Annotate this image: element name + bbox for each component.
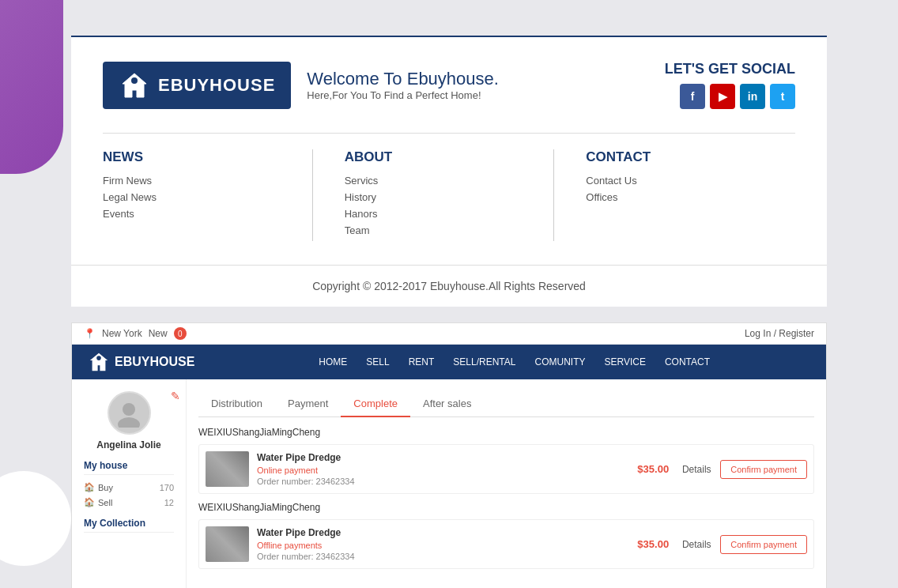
confirm-payment-btn-2[interactable]: Confirm payment xyxy=(720,535,807,554)
site2-topbar: 📍 New York New 0 Log In / Register xyxy=(72,323,826,345)
order-price-2: $35.00 xyxy=(633,538,673,550)
site2-navbar: EBUYHOUSE HOME SELL RENT SELL/RENTAL COM… xyxy=(72,345,826,379)
tab-payment[interactable]: Payment xyxy=(275,391,341,417)
merchant-name-2: WEIXIUShangJiaMingCheng xyxy=(198,502,814,513)
confirm-payment-btn-1[interactable]: Confirm payment xyxy=(720,460,807,479)
site2-logo-icon xyxy=(88,351,110,373)
white-circle-decoration xyxy=(0,471,71,566)
merchant-name-1: WEIXIUShangJiaMingCheng xyxy=(198,427,814,438)
order-info-2: Water Pipe Dredge Offline payments Order… xyxy=(257,527,625,561)
social-title: LET'S GET SOCIAL xyxy=(665,61,795,77)
footer-news-title: NEWS xyxy=(103,149,296,165)
order-payment-type-1: Online payment xyxy=(257,466,625,475)
tabs-row: Distribution Payment Complete After sale… xyxy=(198,391,814,417)
facebook-icon[interactable]: f xyxy=(680,84,705,109)
order-payment-type-2: Offline payments xyxy=(257,541,625,550)
order-image-inner-2 xyxy=(206,526,249,562)
copyright-text: Copyright © 2012-2017 Ebuyhouse.All Righ… xyxy=(312,280,586,292)
order-price-1: $35.00 xyxy=(633,463,673,475)
site2-content: ✎ Angelina Jolie My house 🏠 Buy 170 🏠 Se… xyxy=(72,379,826,588)
footer-welcome-sub: Here,For You To Find a Perfect Home! xyxy=(307,89,499,101)
new-count-badge: 0 xyxy=(174,327,187,340)
svg-point-1 xyxy=(131,77,138,84)
buy-house-icon: 🏠 xyxy=(84,482,95,492)
social-icons: f ▶ in t xyxy=(665,84,795,109)
nav-contact[interactable]: CONTACT xyxy=(655,345,719,379)
order-info-1: Water Pipe Dredge Online payment Order n… xyxy=(257,452,625,486)
tab-after-sales[interactable]: After sales xyxy=(410,391,484,417)
footer-about-title: ABOUT xyxy=(345,149,538,165)
new-label: New xyxy=(149,328,168,339)
order-number-1: Order number: 23462334 xyxy=(257,477,625,486)
sell-house-icon: 🏠 xyxy=(84,497,95,507)
footer-link-team[interactable]: Team xyxy=(345,224,538,236)
nav-service[interactable]: SERVICE xyxy=(594,345,655,379)
order-image-2 xyxy=(206,526,249,562)
avatar-image xyxy=(115,399,143,428)
tab-distribution[interactable]: Distribution xyxy=(198,391,275,417)
sidebar-buy-item[interactable]: 🏠 Buy 170 xyxy=(84,480,174,495)
footer-link-legal-news[interactable]: Legal News xyxy=(103,191,296,203)
sidebar-sell-item[interactable]: 🏠 Sell 12 xyxy=(84,495,174,510)
nav-sell-rental[interactable]: SELL/RENTAL xyxy=(443,345,525,379)
footer-link-offices[interactable]: Offices xyxy=(586,191,779,203)
footer-nav-col-news: NEWS Firm News Legal News Events xyxy=(103,149,313,241)
footer-nav-col-about: ABOUT Servics History Hanors Team xyxy=(345,149,555,241)
sell-count: 12 xyxy=(164,498,174,507)
footer-contact-title: CONTACT xyxy=(586,149,779,165)
twitter-icon[interactable]: t xyxy=(770,84,795,109)
footer-link-events[interactable]: Events xyxy=(103,208,296,220)
footer-top: EBUYHOUSE Welcome To Ebuyhouse. Here,For… xyxy=(103,61,795,109)
sidebar-buy-left: 🏠 Buy xyxy=(84,482,113,492)
footer-nav-col-contact: CONTACT Contact Us Offices xyxy=(586,149,795,241)
profile-area: ✎ Angelina Jolie xyxy=(84,391,174,450)
profile-edit-icon[interactable]: ✎ xyxy=(171,390,180,402)
sidebar-my-collection-title: My Collection xyxy=(84,518,174,533)
sidebar-my-house-title: My house xyxy=(84,460,174,475)
location-pin-icon: 📍 xyxy=(84,328,96,339)
order-details-2[interactable]: Details xyxy=(681,539,712,550)
order-group-1: WEIXIUShangJiaMingCheng Water Pipe Dredg… xyxy=(198,427,814,494)
order-row-1: Water Pipe Dredge Online payment Order n… xyxy=(198,444,814,494)
footer-link-servics[interactable]: Servics xyxy=(345,175,538,187)
footer-logo: EBUYHOUSE xyxy=(103,62,291,109)
order-group-2: WEIXIUShangJiaMingCheng Water Pipe Dredg… xyxy=(198,502,814,569)
nav-home[interactable]: HOME xyxy=(309,345,357,379)
sidebar-sell-left: 🏠 Sell xyxy=(84,497,112,507)
svg-point-4 xyxy=(123,403,135,416)
nav-comunity[interactable]: COMUNITY xyxy=(525,345,594,379)
nav-rent[interactable]: RENT xyxy=(399,345,444,379)
order-title-1: Water Pipe Dredge xyxy=(257,452,625,463)
order-image-1 xyxy=(206,451,249,487)
svg-point-5 xyxy=(118,417,140,428)
linkedin-icon[interactable]: in xyxy=(740,84,765,109)
purple-decoration xyxy=(0,0,63,174)
order-details-1[interactable]: Details xyxy=(681,464,712,475)
footer-nav: NEWS Firm News Legal News Events ABOUT S… xyxy=(103,133,795,241)
social-section: LET'S GET SOCIAL f ▶ in t xyxy=(665,61,795,109)
avatar xyxy=(108,391,151,435)
site2-logo-text: EBUYHOUSE xyxy=(115,355,194,369)
tab-complete[interactable]: Complete xyxy=(341,391,410,417)
logo-house-icon xyxy=(119,70,150,101)
login-register-link[interactable]: Log In / Register xyxy=(745,328,814,339)
site2-logo: EBUYHOUSE xyxy=(88,351,194,373)
youtube-icon[interactable]: ▶ xyxy=(710,84,735,109)
site2-wrapper: 📍 New York New 0 Log In / Register EBUYH… xyxy=(71,322,827,588)
nav-sell[interactable]: SELL xyxy=(357,345,398,379)
order-row-2: Water Pipe Dredge Offline payments Order… xyxy=(198,519,814,569)
footer-link-firm-news[interactable]: Firm News xyxy=(103,175,296,187)
footer-link-contact-us[interactable]: Contact Us xyxy=(586,175,779,187)
site2-nav-links: HOME SELL RENT SELL/RENTAL COMUNITY SERV… xyxy=(218,345,810,379)
site2-main: Distribution Payment Complete After sale… xyxy=(187,379,826,588)
footer-link-history[interactable]: History xyxy=(345,191,538,203)
svg-point-3 xyxy=(96,356,101,360)
buy-label: Buy xyxy=(98,483,113,492)
sell-label: Sell xyxy=(98,498,112,507)
footer-tagline: Welcome To Ebuyhouse. Here,For You To Fi… xyxy=(307,69,499,101)
footer-link-hanors[interactable]: Hanors xyxy=(345,208,538,220)
svg-marker-2 xyxy=(90,353,108,371)
site2-location: 📍 New York New 0 xyxy=(84,327,187,340)
order-image-inner-1 xyxy=(206,451,249,487)
svg-marker-0 xyxy=(123,74,146,97)
